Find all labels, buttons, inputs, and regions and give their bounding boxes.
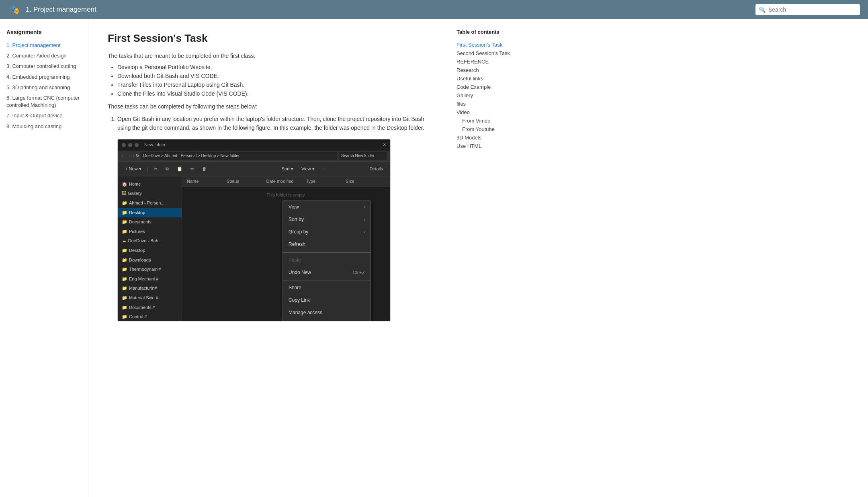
page-title: First Session's Task bbox=[108, 32, 431, 45]
col-date: Date modified bbox=[266, 178, 306, 185]
screenshot-container: New folder ✕ ← → ↑ ↻ OneDrive > Ahmed - … bbox=[117, 139, 391, 321]
exp-mfg[interactable]: 📁Manufacturin# bbox=[118, 284, 182, 293]
ctx-paste: Paste bbox=[283, 254, 371, 266]
table-of-contents: Table of contents First Session's Task S… bbox=[450, 19, 530, 497]
ctx-sep-2 bbox=[283, 280, 371, 280]
ctx-undo-shortcut: Ctrl+Z bbox=[353, 269, 365, 276]
exp-pictures[interactable]: 📁Pictures bbox=[118, 227, 182, 237]
sidebar-title: Assignments bbox=[6, 29, 82, 35]
sidebar-item-2[interactable]: 2. Computer Aided design bbox=[6, 51, 82, 61]
exp-downloads[interactable]: 📁Downloads bbox=[118, 256, 182, 265]
bullet-item-4: Clone the Files into Visual Studio Code … bbox=[117, 90, 431, 97]
toc-item-6[interactable]: Gallery bbox=[457, 91, 524, 100]
explorer-search[interactable]: Search New folder bbox=[339, 152, 387, 160]
view-button[interactable]: View ▾ bbox=[299, 166, 317, 172]
header-logo: 🎭 bbox=[8, 3, 21, 16]
exp-desktop2[interactable]: 📁Desktop bbox=[118, 246, 182, 256]
paste-button[interactable]: 📋 bbox=[174, 166, 185, 172]
sidebar-item-6[interactable]: 6. Large format CNC (computer controlled… bbox=[6, 93, 82, 110]
toc-item-4[interactable]: Useful links bbox=[457, 74, 524, 83]
ctx-sep-1 bbox=[283, 252, 371, 253]
toc-item-1[interactable]: Second Session's Task bbox=[457, 49, 524, 57]
refresh-button[interactable]: ↻ bbox=[136, 153, 139, 159]
delete-button[interactable]: 🗑 bbox=[200, 166, 209, 172]
ctx-copy-link[interactable]: Copy Link bbox=[283, 294, 371, 307]
toc-title: Table of contents bbox=[457, 29, 524, 35]
explorer-body: 🏠Home 🖼Gallery 📁Ahmed - Person... 📁Deskt… bbox=[118, 176, 390, 321]
forward-button[interactable]: → bbox=[127, 153, 131, 159]
toc-item-7[interactable]: files bbox=[457, 100, 524, 108]
details-button[interactable]: Details bbox=[367, 166, 385, 172]
sidebar-item-5[interactable]: 5. 3D printing and scanning bbox=[6, 82, 82, 93]
exp-desktop[interactable]: 📁Desktop bbox=[118, 208, 182, 218]
ctx-manage-access[interactable]: Manage access bbox=[283, 307, 371, 319]
titlebar-title: New folder bbox=[144, 141, 380, 149]
search-icon: 🔍 bbox=[759, 6, 766, 13]
ctx-refresh[interactable]: Refresh bbox=[283, 238, 371, 251]
sidebar-item-7[interactable]: 7. Input & Output device bbox=[6, 110, 82, 121]
exp-gallery[interactable]: 🖼Gallery bbox=[118, 189, 182, 198]
toc-item-10[interactable]: From Youtube bbox=[457, 125, 524, 133]
sidebar-item-8[interactable]: 8. Moulding and casting bbox=[6, 121, 82, 132]
exp-home[interactable]: 🏠Home bbox=[118, 180, 182, 189]
explorer-sidebar: 🏠Home 🖼Gallery 📁Ahmed - Person... 📁Deskt… bbox=[118, 176, 182, 321]
ctx-view-online[interactable]: View online bbox=[283, 319, 371, 321]
toc-item-11[interactable]: 3D Models bbox=[457, 133, 524, 142]
exp-ctrl[interactable]: 📁Control # bbox=[118, 312, 182, 321]
up-button[interactable]: ↑ bbox=[132, 153, 134, 159]
intro-text: The tasks that are meant to be completed… bbox=[108, 53, 431, 59]
sidebar-item-1[interactable]: 1. Project management bbox=[6, 40, 82, 51]
toc-item-12[interactable]: Use HTML bbox=[457, 142, 524, 150]
bullet-item-3: Transfer Files into Personal Laptop usin… bbox=[117, 82, 431, 88]
exp-thermo[interactable]: 📁Thermodynami# bbox=[118, 265, 182, 274]
exp-eng1[interactable]: 📁Eng Mechani # bbox=[118, 274, 182, 284]
ctx-view[interactable]: View › bbox=[283, 201, 371, 213]
screenshot-titlebar: New folder ✕ bbox=[118, 139, 390, 151]
col-type: Type bbox=[306, 178, 346, 185]
context-menu: View › Sort by › Group by › bbox=[283, 200, 371, 321]
toc-item-2[interactable]: REFERENCE bbox=[457, 57, 524, 66]
bullet-item-2: Download both Git Bash and VIS CODE. bbox=[117, 73, 431, 79]
layout: Assignments 1. Project management 2. Com… bbox=[0, 19, 868, 497]
ctx-view-arrow: › bbox=[364, 204, 365, 210]
address-bar: ← → ↑ ↻ OneDrive > Ahmed - Personal > De… bbox=[118, 151, 390, 162]
titlebar-dot-3 bbox=[135, 143, 139, 147]
titlebar-close[interactable]: ✕ bbox=[383, 141, 386, 149]
col-name: Name bbox=[187, 178, 227, 185]
toc-item-0[interactable]: First Session's Task bbox=[457, 41, 524, 49]
col-size: Size bbox=[346, 178, 385, 185]
ctx-groupby-arrow: › bbox=[364, 229, 365, 235]
exp-ahmed[interactable]: 📁Ahmed - Person... bbox=[118, 198, 182, 208]
back-button[interactable]: ← bbox=[121, 153, 125, 159]
steps-text: Those tasks can be completed by followin… bbox=[108, 103, 431, 110]
exp-onedrive[interactable]: ☁OneDrive - Bah... bbox=[118, 236, 182, 246]
ctx-sort-by[interactable]: Sort by › bbox=[283, 213, 371, 226]
exp-documents[interactable]: 📁Documents bbox=[118, 217, 182, 227]
copy-button[interactable]: ⧉ bbox=[163, 166, 171, 172]
ctx-group-by[interactable]: Group by › bbox=[283, 226, 371, 238]
sidebar: Assignments 1. Project management 2. Com… bbox=[0, 19, 88, 497]
explorer-columns: Name Status Date modified Type Size bbox=[182, 176, 390, 187]
step-1: Open Git Bash in any location you prefer… bbox=[117, 115, 431, 321]
sidebar-item-3[interactable]: 3. Computer controlled cutting bbox=[6, 61, 82, 72]
rename-button[interactable]: ✏ bbox=[188, 166, 197, 172]
more-button[interactable]: ··· bbox=[320, 166, 329, 172]
search-input[interactable] bbox=[755, 4, 860, 15]
toc-item-9[interactable]: From Vimeo bbox=[457, 117, 524, 125]
ctx-undo-new[interactable]: Undo New Ctrl+Z bbox=[283, 266, 371, 279]
toc-item-8[interactable]: Video bbox=[457, 108, 524, 117]
search-wrapper: 🔍 bbox=[755, 4, 860, 15]
titlebar-dot-1 bbox=[122, 143, 126, 147]
toc-item-5[interactable]: Code Example bbox=[457, 83, 524, 91]
address-path[interactable]: OneDrive > Ahmed - Personal > Desktop > … bbox=[141, 152, 337, 160]
sidebar-item-4[interactable]: 4. Embedded programming bbox=[6, 72, 82, 82]
toc-item-3[interactable]: Research bbox=[457, 66, 524, 74]
sort-button[interactable]: Sort ▾ bbox=[279, 166, 296, 172]
new-button[interactable]: + New ▾ bbox=[123, 166, 144, 172]
exp-mat[interactable]: 📁Material Scie # bbox=[118, 293, 182, 303]
exp-docs2[interactable]: 📁Documents # bbox=[118, 303, 182, 313]
ctx-share[interactable]: Share bbox=[283, 282, 371, 294]
numbered-list: Open Git Bash in any location you prefer… bbox=[117, 115, 431, 321]
cut-button[interactable]: ✂ bbox=[151, 166, 160, 172]
ctx-sortby-arrow: › bbox=[364, 217, 365, 223]
